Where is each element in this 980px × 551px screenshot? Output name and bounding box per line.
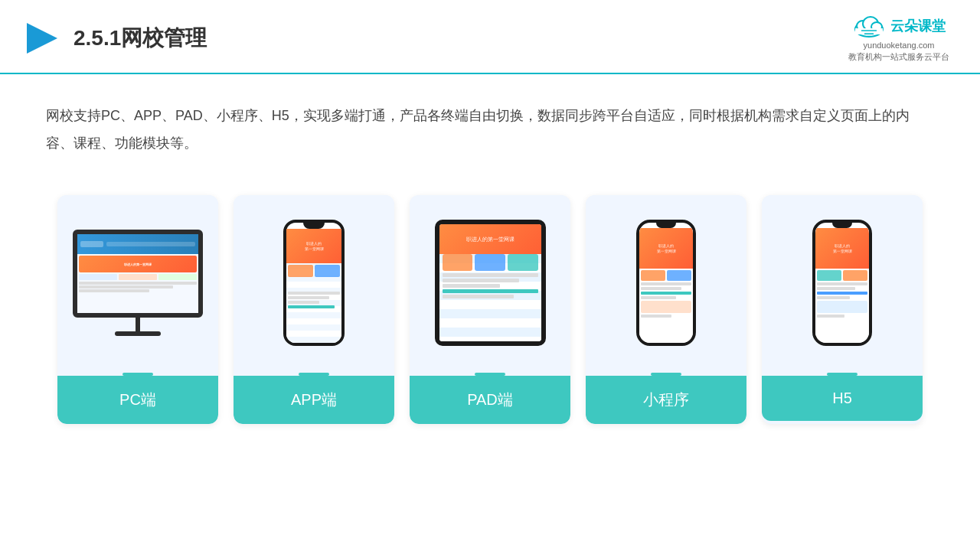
card-h5-label: H5 xyxy=(762,376,923,421)
card-pad-image: 职进人的第一堂网课 xyxy=(410,195,570,364)
card-h5-image: 职进人的第一堂网课 xyxy=(762,195,923,364)
card-app: 职进人的第一堂网课 APP端 xyxy=(234,195,394,424)
card-pad: 职进人的第一堂网课 xyxy=(410,195,570,424)
cards-container: 职进人的第一堂网课 xyxy=(0,180,980,439)
card-miniprogram-image: 职进人的第一堂网课 xyxy=(586,195,746,364)
miniprogram-phone-mockup: 职进人的第一堂网课 xyxy=(636,220,696,346)
svg-marker-0 xyxy=(27,23,57,54)
logo-cloud: 云朵课堂 xyxy=(852,14,946,38)
app-phone-mockup: 职进人的第一堂网课 xyxy=(283,220,345,346)
card-pad-label: PAD端 xyxy=(410,376,570,424)
logo-text: 云朵课堂 xyxy=(890,17,946,35)
pad-tablet-mockup: 职进人的第一堂网课 xyxy=(435,220,546,346)
card-miniprogram-label: 小程序 xyxy=(586,376,746,424)
card-pc-label: PC端 xyxy=(57,376,218,424)
card-app-label: APP端 xyxy=(234,376,394,424)
logo-tagline: yunduoketang.com 教育机构一站式服务云平台 xyxy=(848,40,949,64)
play-icon xyxy=(23,19,61,57)
card-app-image: 职进人的第一堂网课 xyxy=(234,195,394,364)
logo-area: 云朵课堂 yunduoketang.com 教育机构一站式服务云平台 xyxy=(848,14,949,64)
header: 2.5.1网校管理 云朵课堂 yunduoketang.com 教育机构一站式服… xyxy=(0,0,980,74)
cloud-icon xyxy=(852,14,886,38)
header-left: 2.5.1网校管理 xyxy=(23,19,207,57)
card-pc: 职进人的第一堂网课 xyxy=(57,195,218,424)
h5-phone-mockup: 职进人的第一堂网课 xyxy=(812,220,872,346)
pc-monitor-mockup: 职进人的第一堂网课 xyxy=(73,230,203,336)
card-h5: 职进人的第一堂网课 xyxy=(762,195,923,424)
page-title: 2.5.1网校管理 xyxy=(74,24,207,53)
card-miniprogram: 职进人的第一堂网课 xyxy=(586,195,746,424)
card-pc-image: 职进人的第一堂网课 xyxy=(57,195,218,364)
description-text: 网校支持PC、APP、PAD、小程序、H5，实现多端打通，产品各终端自由切换，数… xyxy=(0,74,980,172)
